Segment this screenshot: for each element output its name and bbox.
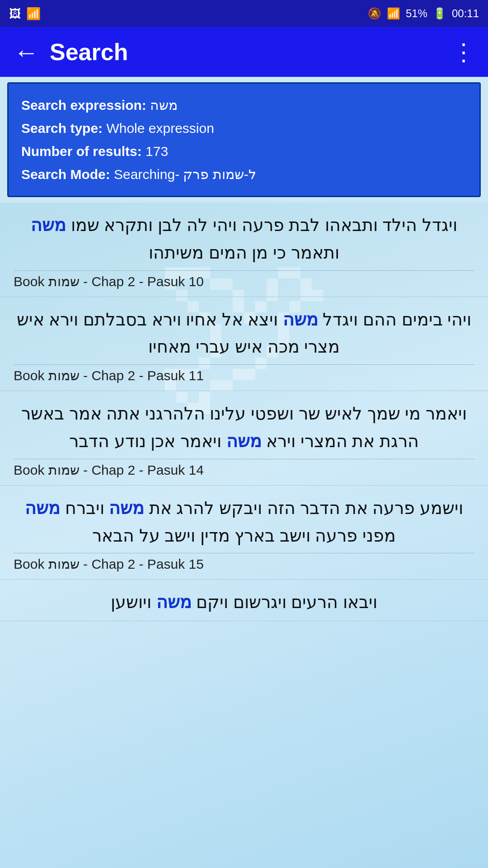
clock: 00:11	[452, 7, 479, 20]
results-container: 🕊 ויגדל הילד ותבאהו לבת פרעה ויהי לה לבן…	[0, 203, 488, 868]
list-item[interactable]: וישמע פרעה את הדבר הזה ויבקש להרג את משה…	[0, 486, 488, 580]
result-text: וישמע פרעה את הדבר הזה ויבקש להרג את משה…	[14, 495, 474, 550]
list-item[interactable]: ויהי בימים ההם ויגדל משה ויצא אל אחיו וי…	[0, 297, 488, 392]
back-button[interactable]: ←	[14, 38, 39, 67]
top-bar: ← Search ⋮	[0, 27, 488, 77]
highlight-word: משה	[156, 593, 192, 612]
type-label: Search type:	[21, 121, 103, 136]
highlight-word: משה	[283, 310, 318, 329]
battery-icon: 🔋	[433, 7, 446, 20]
search-mode-row: Search Mode: Searching- ל-שמות פרק	[21, 163, 467, 186]
highlight-word: משה	[25, 499, 60, 518]
highlight-word: משה	[31, 216, 66, 235]
type-value: Whole expression	[106, 121, 214, 136]
page-title: Search	[50, 38, 128, 66]
result-text: ויגדל הילד ותבאהו לבת פרעה ויהי לה לבן ו…	[14, 212, 474, 267]
search-type-row: Search type: Whole expression	[21, 117, 467, 140]
mode-label: Search Mode:	[21, 167, 110, 182]
wifi-icon: 📶	[26, 7, 41, 21]
result-text: ויבאו הרעים ויגרשום ויקם משה ויושען	[14, 589, 474, 616]
list-item[interactable]: ויאמר מי שמך לאיש שר ושפטי עלינו הלהרגני…	[0, 391, 488, 486]
results-value: 173	[145, 144, 168, 159]
highlight-word: משה	[109, 499, 144, 518]
list-item[interactable]: ויבאו הרעים ויגרשום ויקם משה ויושען	[0, 580, 488, 621]
bluetooth-icon: 🔕	[368, 7, 381, 20]
status-info-right: 🔕 📶 51% 🔋 00:11	[368, 7, 479, 20]
image-icon: 🖼	[9, 7, 21, 21]
top-bar-left: ← Search	[14, 38, 128, 67]
mode-value: Searching- ל-שמות פרק	[114, 167, 256, 182]
highlight-word: משה	[226, 432, 262, 451]
search-info-box: Search expression: משה Search type: Whol…	[7, 82, 481, 197]
battery-percent: 51%	[406, 7, 427, 20]
result-text: ויהי בימים ההם ויגדל משה ויצא אל אחיו וי…	[14, 306, 474, 361]
result-ref: Book שמות - Chap 2 - Pasuk 10	[14, 270, 474, 292]
status-bar: 🖼 📶 🔕 📶 51% 🔋 00:11	[0, 0, 488, 27]
results-label: Number of results:	[21, 144, 142, 159]
expression-label: Search expression:	[21, 98, 146, 113]
result-ref: Book שמות - Chap 2 - Pasuk 15	[14, 553, 474, 575]
result-ref: Book שמות - Chap 2 - Pasuk 14	[14, 459, 474, 481]
signal-icon: 📶	[387, 7, 400, 20]
menu-button[interactable]: ⋮	[452, 38, 474, 66]
status-icons-left: 🖼 📶	[9, 7, 41, 21]
expression-value: משה	[150, 98, 178, 113]
search-results-row: Number of results: 173	[21, 140, 467, 163]
search-expression-row: Search expression: משה	[21, 94, 467, 117]
list-item[interactable]: ויגדל הילד ותבאהו לבת פרעה ויהי לה לבן ו…	[0, 203, 488, 297]
result-ref: Book שמות - Chap 2 - Pasuk 11	[14, 364, 474, 386]
result-text: ויאמר מי שמך לאיש שר ושפטי עלינו הלהרגני…	[14, 400, 474, 455]
